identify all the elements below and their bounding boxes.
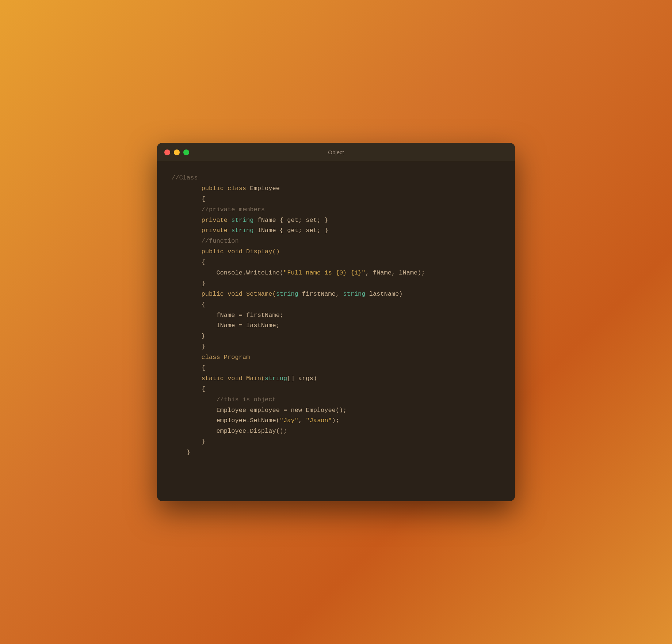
- code-token: {: [172, 196, 205, 202]
- code-token: string: [231, 217, 253, 224]
- code-token: firstName,: [298, 291, 343, 298]
- code-token: //function: [172, 238, 239, 245]
- code-line-lname-decl: private string lName { get; set; }: [172, 226, 500, 236]
- code-token: public void Display(): [172, 248, 280, 255]
- code-line-lname-assign: lName = lastName;: [172, 321, 500, 331]
- code-token: Console.WriteLine(: [172, 269, 283, 276]
- code-token: }: [172, 343, 205, 350]
- code-token: [] args): [287, 375, 317, 382]
- code-line-brace5: }: [172, 331, 500, 342]
- code-token: Employee: [250, 185, 280, 192]
- code-token: employee.SetName(: [172, 417, 280, 424]
- code-line-comment-private: //private members: [172, 205, 500, 215]
- code-token: lName = lastName;: [172, 322, 280, 329]
- code-token: "Jason": [306, 417, 332, 424]
- code-token: "Jay": [280, 417, 298, 424]
- code-token: string: [265, 375, 287, 382]
- code-token: public void SetName(: [172, 291, 276, 298]
- code-line-class-decl: public class Employee: [172, 183, 500, 194]
- code-token: lName { get; set; }: [253, 227, 328, 234]
- code-line-console-line: Console.WriteLine("Full name is {0} {1}"…: [172, 268, 500, 279]
- close-button[interactable]: [164, 149, 170, 155]
- code-line-brace6: }: [172, 342, 500, 352]
- code-line-brace10: }: [172, 447, 500, 458]
- code-line-brace3: }: [172, 279, 500, 289]
- code-token: string: [231, 227, 253, 234]
- code-line-comment-function: //function: [172, 236, 500, 247]
- maximize-button[interactable]: [183, 149, 189, 155]
- code-token: {: [172, 386, 205, 393]
- code-line-brace7: {: [172, 363, 500, 374]
- code-window: Object //Class public class Employee { /…: [157, 143, 515, 501]
- code-line-brace9: }: [172, 437, 500, 447]
- code-line-brace1: {: [172, 194, 500, 205]
- code-line-setname-decl: public void SetName(string firstName, st…: [172, 289, 500, 300]
- traffic-lights: [164, 149, 189, 155]
- code-line-display-decl: public void Display(): [172, 247, 500, 257]
- code-token: fName = firstName;: [172, 312, 283, 319]
- code-editor: //Class public class Employee { //privat…: [157, 162, 515, 473]
- code-line-display-call: employee.Display();: [172, 426, 500, 437]
- code-token: private: [172, 217, 231, 224]
- code-token: string: [276, 291, 298, 298]
- code-token: string: [343, 291, 365, 298]
- code-token: //Class: [172, 174, 198, 181]
- code-line-brace4: {: [172, 300, 500, 310]
- code-line-brace8: {: [172, 384, 500, 395]
- code-line-brace2: {: [172, 257, 500, 268]
- code-token: }: [172, 449, 190, 456]
- code-token: {: [172, 259, 205, 266]
- code-token: class Program: [172, 354, 250, 361]
- code-line-comment-object: //this is object: [172, 395, 500, 405]
- code-token: //this is object: [172, 396, 276, 403]
- code-line-class-program: class Program: [172, 352, 500, 363]
- minimize-button[interactable]: [174, 149, 180, 155]
- code-token: static void Main(: [172, 375, 265, 382]
- code-token: Employee employee = new Employee();: [172, 407, 347, 414]
- code-token: ,: [298, 417, 306, 424]
- code-line-setname-call: employee.SetName("Jay", "Jason");: [172, 416, 500, 426]
- code-token: //private members: [172, 206, 265, 213]
- code-token: }: [172, 438, 205, 445]
- code-token: employee.Display();: [172, 428, 287, 435]
- code-token: lastName): [366, 291, 403, 298]
- code-token: }: [172, 280, 205, 287]
- code-line-fname-assign: fName = firstName;: [172, 310, 500, 321]
- code-token: private: [172, 227, 231, 234]
- code-token: {: [172, 301, 205, 308]
- code-line-main-decl: static void Main(string[] args): [172, 374, 500, 384]
- code-line-emp-create: Employee employee = new Employee();: [172, 405, 500, 416]
- code-token: "Full name is {0} {1}": [283, 269, 365, 276]
- titlebar: Object: [157, 143, 515, 162]
- window-title: Object: [328, 149, 344, 155]
- code-token: , fName, lName);: [366, 269, 425, 276]
- code-token: }: [172, 333, 205, 340]
- code-token: {: [172, 364, 205, 371]
- code-line-comment-class: //Class: [172, 173, 500, 183]
- code-token: fName { get; set; }: [253, 217, 328, 224]
- code-token: public class: [172, 185, 250, 192]
- code-token: );: [332, 417, 339, 424]
- code-line-fname-decl: private string fName { get; set; }: [172, 215, 500, 226]
